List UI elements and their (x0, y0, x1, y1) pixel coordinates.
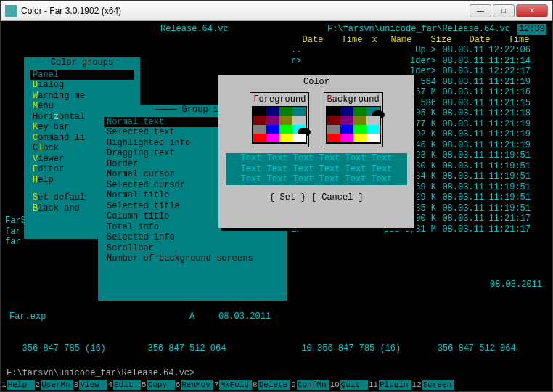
right-panel-footer-date: 08.03.2011 (291, 279, 546, 290)
color-swatch[interactable] (327, 116, 340, 125)
color-dialog[interactable]: Color Foreground Background Text Text Te… (218, 75, 414, 228)
preview-line: Text Text Text Text Text Text (226, 164, 407, 175)
color-swatch[interactable] (292, 134, 306, 142)
color-swatch[interactable] (279, 116, 292, 125)
color-swatch[interactable] (327, 134, 340, 142)
color-swatch[interactable] (340, 116, 353, 125)
titlebar[interactable]: Color - Far 3.0.1902 (x64) — □ ✕ (1, 1, 552, 21)
keybar-item[interactable]: 12Screen (411, 380, 455, 391)
color-swatch[interactable] (279, 107, 292, 116)
keybar-item[interactable]: 6RenMov (175, 380, 213, 391)
left-footer-file: Far.exp (9, 311, 46, 322)
background-section: Background (324, 92, 383, 148)
color-swatch[interactable] (266, 116, 279, 125)
color-swatch[interactable] (340, 125, 353, 134)
table-row[interactable]: r>lder>08.03.1111:21:14 (291, 56, 546, 67)
keybar-item[interactable]: 2UserMn (35, 380, 73, 391)
background-grid[interactable] (326, 106, 381, 144)
terminal-area: Release.64.vc 12:39 F:\farsvn\unicode_fa… (1, 21, 552, 391)
color-swatch[interactable] (292, 125, 306, 134)
keybar-item[interactable]: 8Delete (252, 380, 290, 391)
color-swatch[interactable] (266, 125, 279, 134)
preview-line: Text Text Text Text Text Text (226, 174, 407, 185)
color-swatch[interactable] (253, 134, 266, 142)
color-swatch[interactable] (353, 116, 366, 125)
color-swatch[interactable] (366, 107, 380, 116)
color-swatch[interactable] (327, 125, 340, 134)
keybar-item[interactable]: 5Copy (141, 380, 175, 391)
cancel-button[interactable]: [ Cancel ] (311, 192, 364, 203)
left-footer-attr: A (189, 311, 194, 322)
color-swatch[interactable] (279, 134, 292, 142)
keybar-item[interactable]: 9ConfMn (290, 380, 329, 391)
color-swatch[interactable] (279, 125, 292, 134)
color-swatch[interactable] (353, 107, 366, 116)
group-item[interactable]: Number of background screens (104, 253, 281, 264)
close-button[interactable]: ✕ (516, 4, 548, 17)
stats-right: 10 356 847 785 (16) 356 847 512 064 (291, 343, 552, 354)
color-swatch[interactable] (266, 107, 279, 116)
color-swatch[interactable] (340, 107, 353, 116)
left-panel-title: Release.64.vc (160, 24, 229, 35)
keybar-item[interactable]: 4Edit (107, 380, 141, 391)
color-swatch[interactable] (366, 125, 380, 134)
bg-label: ackground (332, 94, 380, 105)
color-swatch[interactable] (366, 134, 380, 142)
command-line[interactable]: F:\farsvn\unicode_far\Release.64.vc> (7, 368, 194, 379)
foreground-section: Foreground (250, 92, 309, 148)
fg-label: oreground (259, 94, 306, 105)
color-swatch[interactable] (366, 116, 380, 125)
color-swatch[interactable] (327, 107, 340, 116)
dialog-buttons: { Set } [ Cancel ] (218, 192, 414, 203)
color-swatch[interactable] (340, 134, 353, 142)
set-button[interactable]: { Set } (269, 192, 306, 203)
group-item[interactable]: Scrollbar (104, 243, 281, 254)
group-item[interactable]: Selected info (104, 232, 281, 243)
dialog-title: Color (218, 77, 414, 88)
keybar-item[interactable]: 10Quit (329, 380, 368, 391)
color-swatch[interactable] (253, 125, 266, 134)
right-panel-path: F:\farsvn\unicode_far\Release.64.vc (291, 24, 546, 35)
color-swatch[interactable] (292, 107, 306, 116)
color-group-item[interactable]: Panel (30, 70, 134, 81)
foreground-grid[interactable] (252, 106, 307, 144)
keybar: 1Help2UserMn3View4Edit5Copy6RenMov7MkFol… (1, 380, 552, 391)
preview-line: Text Text Text Text Text Text (226, 153, 407, 164)
color-swatch[interactable] (292, 116, 306, 125)
keybar-item[interactable]: 11Plugin (368, 380, 411, 391)
color-group-item[interactable]: Dialog (30, 80, 134, 91)
app-window: Color - Far 3.0.1902 (x64) — □ ✕ Release… (0, 0, 553, 392)
color-swatch[interactable] (353, 134, 366, 142)
window-title: Color - Far 3.0.1902 (x64) (21, 6, 470, 16)
color-swatch[interactable] (266, 134, 279, 142)
minimize-button[interactable]: — (470, 4, 491, 17)
left-footer-date: 08.03.2011 (218, 311, 271, 322)
table-row[interactable]: ..Up >08.03.1112:22:06 (291, 45, 546, 56)
dialog-title: ─── Color groups ─── (24, 57, 140, 68)
keybar-item[interactable]: 1Help (1, 380, 35, 391)
app-icon (5, 5, 17, 17)
color-group-item[interactable]: Warning me (30, 91, 134, 102)
right-panel-header: Date Time x Name Size Date Time (291, 35, 546, 46)
keybar-item[interactable]: 3View (73, 380, 107, 391)
color-swatch[interactable] (353, 125, 366, 134)
maximize-button[interactable]: □ (493, 4, 515, 17)
color-swatch[interactable] (253, 116, 266, 125)
color-swatch[interactable] (253, 107, 266, 116)
keybar-item[interactable]: 7MkFold (213, 380, 252, 391)
